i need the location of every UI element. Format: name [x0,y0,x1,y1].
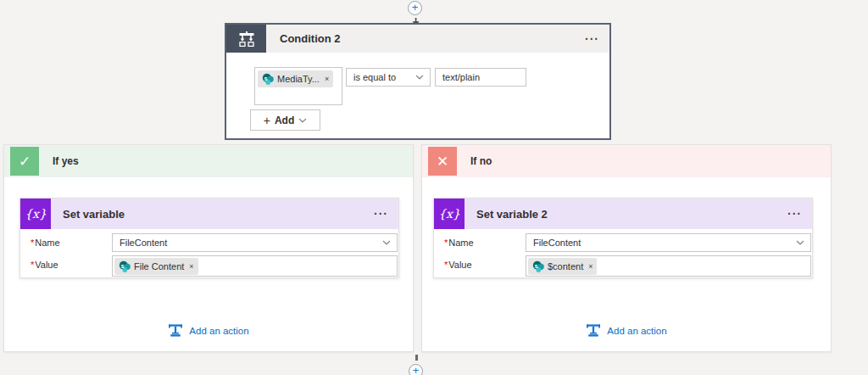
add-condition-button[interactable]: + Add [250,109,320,131]
set-variable-2-card: {x} Set variable 2 ··· *Name FileContent… [433,198,813,278]
value-token-label: File Content [134,261,184,271]
sharepoint-icon: s [262,73,274,85]
remove-token-icon[interactable]: × [325,75,329,83]
variable-value-field[interactable]: s File Content × [112,255,398,277]
chevron-down-icon [382,240,391,245]
remove-token-icon[interactable]: × [189,262,193,271]
operand-token-label: MediaTy... [277,74,320,84]
variable-name-dropdown[interactable]: FileContent [112,233,398,252]
condition-card-header[interactable]: Condition 2 ··· [226,25,609,53]
set-variable-2-menu-button[interactable]: ··· [787,207,802,221]
set-variable-2-title: Set variable 2 [476,208,548,221]
add-action-icon [168,324,183,337]
if-no-label: If no [470,155,492,167]
if-no-header[interactable]: ✕ If no [422,145,831,177]
variable-icon: {x} [20,199,51,229]
required-marker: * [31,260,34,270]
remove-token-icon[interactable]: × [588,262,593,271]
if-yes-label: If yes [53,155,79,167]
if-yes-branch: ✓ If yes {x} Set variable ··· *Name File… [3,144,414,352]
value-token-chip[interactable]: s $content × [528,258,597,275]
add-an-action-label: Add an action [189,326,248,336]
variable-name-value: FileContent [526,238,581,248]
operator-dropdown[interactable]: is equal to [346,68,431,87]
add-an-action-link[interactable]: Add an action [4,324,413,337]
check-icon: ✓ [10,147,39,176]
add-action-icon [586,324,601,337]
operand-token-chip[interactable]: s MediaTy... × [258,70,333,87]
condition-card: Condition 2 ··· s MediaTy... × is equal … [225,23,611,140]
svg-text:s: s [264,75,268,82]
chevron-down-icon [298,118,307,123]
required-marker: * [31,238,34,248]
required-marker: * [444,260,448,270]
value-token-chip[interactable]: s File Content × [114,258,198,275]
add-an-action-link[interactable]: Add an action [422,324,831,337]
required-marker: * [444,238,448,248]
condition-body: s MediaTy... × is equal to + Add [226,53,609,140]
variable-name-dropdown[interactable]: FileContent [526,233,811,252]
set-variable-menu-button[interactable]: ··· [374,207,388,221]
name-field-label: *Name [444,238,474,248]
name-field-label: *Name [31,238,60,248]
add-button-label: Add [275,115,294,126]
value-field-label: *Value [444,260,472,270]
value-token-label: $content [548,261,583,271]
cross-icon: ✕ [428,147,457,176]
chevron-down-icon [415,75,424,80]
variable-icon: {x} [434,199,465,229]
sharepoint-icon: s [119,260,131,272]
insert-step-above-button[interactable]: + [408,1,422,15]
svg-text:s: s [535,262,538,270]
value-field-label: *Value [31,260,58,270]
condition-menu-button[interactable]: ··· [585,32,599,46]
svg-text:s: s [121,262,125,270]
if-no-branch: ✕ If no {x} Set variable 2 ··· *Name Fil… [421,144,832,352]
variable-name-value: FileContent [113,238,167,248]
sharepoint-icon: s [532,260,544,272]
chevron-down-icon [796,240,804,245]
condition-icon [226,25,266,53]
set-variable-2-card-header[interactable]: {x} Set variable 2 ··· [434,199,812,229]
set-variable-card-header[interactable]: {x} Set variable ··· [20,199,398,229]
condition-value-input[interactable] [435,68,526,87]
flow-connector-line [415,355,418,361]
insert-step-below-button[interactable]: + [409,364,423,375]
set-variable-card: {x} Set variable ··· *Name FileContent *… [19,198,399,278]
set-variable-title: Set variable [63,208,125,221]
condition-operand-field[interactable]: s MediaTy... × [254,67,342,105]
add-an-action-label: Add an action [607,326,666,336]
if-yes-header[interactable]: ✓ If yes [4,145,413,177]
condition-title: Condition 2 [280,32,341,45]
operator-value: is equal to [347,72,396,82]
plus-icon: + [264,114,270,127]
variable-value-field[interactable]: s $content × [526,255,811,277]
